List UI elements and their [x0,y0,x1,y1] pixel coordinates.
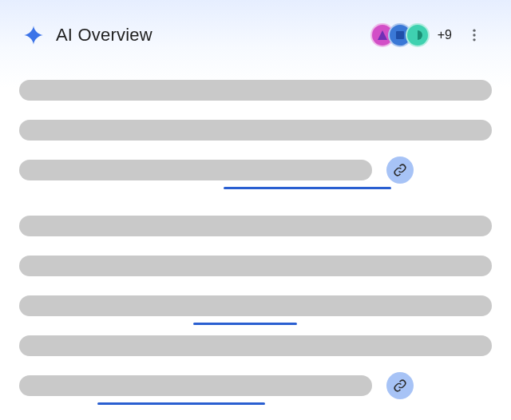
citation-link-chip[interactable] [386,372,414,399]
square-icon [394,29,406,42]
placeholder-line [19,120,492,141]
page-title: AI Overview [56,25,153,46]
citation-link-underline[interactable] [193,323,297,325]
link-icon [393,378,407,393]
triangle-icon [376,29,389,42]
source-avatar-stack[interactable] [370,23,430,47]
svg-point-2 [473,30,475,32]
half-circle-icon [411,29,424,42]
source-overflow-count[interactable]: +9 [438,28,452,42]
more-options-button[interactable] [460,21,489,50]
header: AI Overview +9 [0,0,511,50]
placeholder-line [19,375,372,396]
placeholder-line [19,80,492,101]
placeholder-line [19,335,492,356]
sparkle-icon [22,24,45,46]
more-vert-icon [466,27,482,43]
placeholder-line [19,216,492,236]
source-avatar-3[interactable] [406,23,430,47]
citation-link-underline[interactable] [97,402,265,405]
svg-point-4 [473,38,475,41]
citation-link-underline[interactable] [224,187,391,189]
svg-marker-0 [378,30,387,40]
placeholder-line [19,160,372,180]
link-icon [393,163,407,177]
placeholder-line [19,295,492,316]
svg-rect-1 [396,31,404,39]
citation-link-chip[interactable] [386,157,414,184]
placeholder-line [19,256,492,276]
svg-point-3 [473,34,475,36]
